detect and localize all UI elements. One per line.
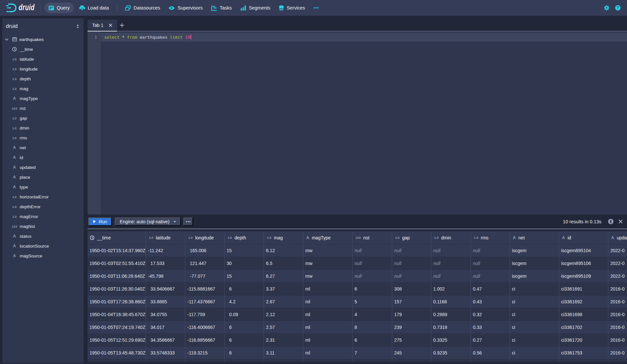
- cell-nst[interactable]: 6: [353, 283, 392, 295]
- horizontal-scrollbar[interactable]: [88, 362, 627, 364]
- cell-rms[interactable]: 0.33: [471, 321, 510, 334]
- cell-gap[interactable]: null: [392, 257, 431, 270]
- cell-updated[interactable]: 2016-0: [608, 347, 627, 359]
- column-row-__time[interactable]: __time: [2, 44, 84, 54]
- results-header-gap[interactable]: 1.0gap: [392, 231, 431, 244]
- cell-__time[interactable]: 1950-01-05T13:45:48.730Z: [88, 347, 146, 359]
- cell-net[interactable]: iscgem: [510, 257, 559, 270]
- run-button[interactable]: Run: [88, 217, 112, 226]
- settings-gear-icon[interactable]: [603, 4, 611, 12]
- cell-magType[interactable]: ml: [303, 321, 353, 334]
- cell-latitude[interactable]: 33.9406667: [146, 283, 185, 295]
- cell-__time[interactable]: 1950-01-03T02:51:55.410Z: [88, 257, 146, 270]
- tab-tab1[interactable]: Tab 1: [88, 20, 117, 31]
- results-header-nst[interactable]: 123nst: [353, 231, 392, 244]
- chevron-down-icon[interactable]: [5, 37, 9, 42]
- cell-nst[interactable]: 6: [353, 334, 392, 347]
- cell-mag[interactable]: 6.27: [264, 270, 303, 283]
- cell-dmin[interactable]: 0.2889: [431, 308, 471, 321]
- column-row-dmin[interactable]: 1.0dmin: [2, 123, 84, 133]
- cell-longitude[interactable]: -117.759: [185, 308, 225, 321]
- cell-depth[interactable]: 0.09: [225, 308, 264, 321]
- nav-item-supervisors[interactable]: Supervisors: [165, 3, 206, 13]
- cell-gap[interactable]: 308: [392, 283, 431, 295]
- cell-depth[interactable]: 6: [225, 283, 264, 295]
- cell-depth[interactable]: 30: [225, 257, 264, 270]
- results-header-longitude[interactable]: 1.0longitude: [185, 231, 225, 244]
- close-results-icon[interactable]: [617, 218, 624, 226]
- nav-item-query[interactable]: Query: [45, 3, 74, 13]
- column-row-horizontalError[interactable]: 1.0horizontalError: [2, 192, 84, 202]
- cell-longitude[interactable]: -116.4006667: [185, 321, 225, 334]
- schema-selector[interactable]: druid: [2, 18, 84, 34]
- cell-rms[interactable]: null: [471, 257, 510, 270]
- cell-nst[interactable]: null: [353, 257, 392, 270]
- tab-close-icon[interactable]: [108, 23, 113, 28]
- column-row-longitude[interactable]: 1.0longitude: [2, 64, 84, 74]
- cell-gap[interactable]: 157: [392, 295, 431, 308]
- cell-nst[interactable]: null: [353, 244, 392, 257]
- cell-magType[interactable]: ml: [303, 347, 353, 359]
- cell-magType[interactable]: mw: [303, 244, 353, 257]
- cell-mag[interactable]: 2.12: [264, 308, 303, 321]
- cell-mag[interactable]: 3.37: [264, 283, 303, 295]
- cell-net[interactable]: iscgem: [510, 270, 559, 283]
- column-row-net[interactable]: Anet: [2, 143, 84, 152]
- cell-rms[interactable]: 0.32: [471, 308, 510, 321]
- cell-net[interactable]: iscgem: [510, 244, 559, 257]
- cell-nst[interactable]: null: [353, 270, 392, 283]
- column-row-type[interactable]: Atype: [2, 182, 84, 192]
- cell-latitude[interactable]: -11.242: [146, 244, 185, 257]
- nav-item-services[interactable]: Services: [275, 3, 308, 13]
- nav-more-button[interactable]: [310, 3, 322, 13]
- cell-magType[interactable]: mw: [303, 270, 353, 283]
- column-row-locationSource[interactable]: AlocationSource: [2, 241, 84, 251]
- cell-__time[interactable]: 1950-01-03T17:26:38.860Z: [88, 295, 146, 308]
- editor-code-area[interactable]: select * from earthquakes limit 10: [101, 31, 627, 214]
- cell-id[interactable]: ci3361720: [559, 334, 608, 347]
- results-header-updated[interactable]: Aupdated: [608, 231, 627, 244]
- cell-net[interactable]: ci: [510, 295, 559, 308]
- cell-__time[interactable]: 1950-01-03T11:26:30.040Z: [88, 283, 146, 295]
- cell-net[interactable]: ci: [510, 347, 559, 359]
- cell-dmin[interactable]: 0.1168: [431, 295, 471, 308]
- cell-magType[interactable]: mw: [303, 257, 353, 270]
- cell-mag[interactable]: 6.5: [264, 257, 303, 270]
- cell-id[interactable]: iscgem895106: [559, 257, 608, 270]
- cell-gap[interactable]: null: [392, 270, 431, 283]
- cell-updated[interactable]: 2022-0: [608, 270, 627, 283]
- column-row-place[interactable]: Aplace: [2, 172, 84, 182]
- cell-__time[interactable]: 1950-01-05T12:51:29.690Z: [88, 334, 146, 347]
- cell-updated[interactable]: 2016-0: [608, 295, 627, 308]
- cell-id[interactable]: ci3361692: [559, 295, 608, 308]
- nav-item-segments[interactable]: Segments: [237, 3, 273, 13]
- cell-depth[interactable]: 6: [225, 321, 264, 334]
- cell-__time[interactable]: 1950-01-04T16:38:45.670Z: [88, 308, 146, 321]
- help-icon[interactable]: ?: [614, 4, 622, 12]
- cell-longitude[interactable]: -115.8881667: [185, 283, 225, 295]
- cell-magType[interactable]: ml: [303, 283, 353, 295]
- query-more-button[interactable]: [183, 217, 193, 226]
- cell-dmin[interactable]: 0.3325: [431, 334, 471, 347]
- cell-latitude[interactable]: 33.5748333: [146, 347, 185, 359]
- cell-magType[interactable]: ml: [303, 334, 353, 347]
- cell-latitude[interactable]: 17.533: [146, 257, 185, 270]
- cell-dmin[interactable]: null: [431, 257, 471, 270]
- cell-latitude[interactable]: 33.8885: [146, 295, 185, 308]
- add-tab-button[interactable]: [117, 20, 127, 31]
- results-header-dmin[interactable]: 1.0dmin: [431, 231, 471, 244]
- cell-rms[interactable]: 0.47: [471, 283, 510, 295]
- cell-longitude[interactable]: -117.4376667: [185, 295, 225, 308]
- column-row-magError[interactable]: 1.0magError: [2, 212, 84, 221]
- cell-longitude[interactable]: 121.447: [185, 257, 225, 270]
- cell-mag[interactable]: 6.12: [264, 244, 303, 257]
- cell-__time[interactable]: 1950-01-02T15:14:37.960Z: [88, 244, 146, 257]
- results-header-mag[interactable]: 1.0mag: [264, 231, 303, 244]
- column-row-latitude[interactable]: 1.0latitude: [2, 54, 84, 64]
- column-row-rms[interactable]: 1.0rms: [2, 133, 84, 143]
- results-header-__time[interactable]: __time: [88, 231, 146, 244]
- cell-id[interactable]: ci3361753: [559, 347, 608, 359]
- cell-dmin[interactable]: null: [431, 270, 471, 283]
- datasource-row-earthquakes[interactable]: earthquakes: [2, 34, 84, 44]
- cell-rms[interactable]: null: [471, 270, 510, 283]
